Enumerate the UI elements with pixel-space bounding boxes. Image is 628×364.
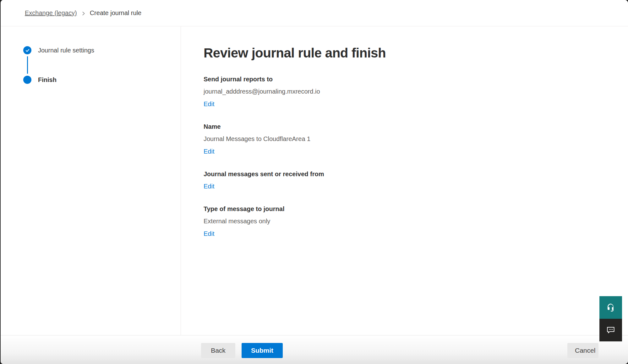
edit-link[interactable]: Edit [204, 147, 214, 155]
headset-icon [606, 302, 615, 313]
feedback-button[interactable] [599, 319, 622, 341]
step-finish[interactable]: Finish [23, 76, 181, 84]
section-value: journal_adddress@journaling.mxrecord.io [204, 87, 628, 95]
review-pane: Review journal rule and finish Send jour… [181, 26, 628, 335]
breadcrumb: Exchange (legacy) Create journal rule [25, 9, 141, 17]
step-journal-rule-settings[interactable]: Journal rule settings [23, 46, 181, 54]
section-label: Journal messages sent or received from [204, 170, 628, 178]
footer-action-bar: Back Submit Cancel [1, 335, 628, 364]
breadcrumb-current-page: Create journal rule [90, 9, 142, 17]
chevron-right-icon [81, 11, 85, 16]
support-button[interactable] [599, 296, 622, 319]
edit-link[interactable]: Edit [204, 230, 214, 238]
floating-button-stack [599, 296, 622, 341]
edit-link[interactable]: Edit [204, 182, 214, 190]
section-value: External messages only [204, 217, 628, 225]
section-name: Name Journal Messages to CloudflareArea … [204, 122, 628, 155]
breadcrumb-link-exchange-legacy[interactable]: Exchange (legacy) [25, 9, 77, 17]
feedback-speech-bubble-icon [606, 325, 615, 335]
section-label: Type of message to journal [204, 205, 628, 213]
submit-button[interactable]: Submit [242, 343, 283, 358]
section-type-of-message-to-journal: Type of message to journal External mess… [204, 205, 628, 238]
edit-link[interactable]: Edit [204, 100, 214, 108]
section-journal-messages-sent-or-received-from: Journal messages sent or received from E… [204, 170, 628, 190]
step-current-dot-icon [23, 76, 31, 84]
section-label: Name [204, 122, 628, 131]
page-title: Review journal rule and finish [204, 45, 628, 61]
section-value: Journal Messages to CloudflareArea 1 [204, 135, 628, 143]
section-label: Send journal reports to [204, 75, 628, 83]
step-label: Finish [38, 76, 57, 84]
back-button[interactable]: Back [201, 343, 235, 358]
header-bar: Exchange (legacy) Create journal rule [1, 0, 628, 26]
wizard-steps-panel: Journal rule settings Finish [1, 26, 181, 335]
step-label: Journal rule settings [38, 47, 94, 54]
step-connector-line [27, 56, 28, 74]
exchange-admin-window: Exchange (legacy) Create journal rule Jo… [0, 0, 628, 364]
cancel-button[interactable]: Cancel [567, 343, 598, 358]
step-completed-check-icon [23, 46, 31, 54]
section-send-journal-reports-to: Send journal reports to journal_adddress… [204, 75, 628, 108]
